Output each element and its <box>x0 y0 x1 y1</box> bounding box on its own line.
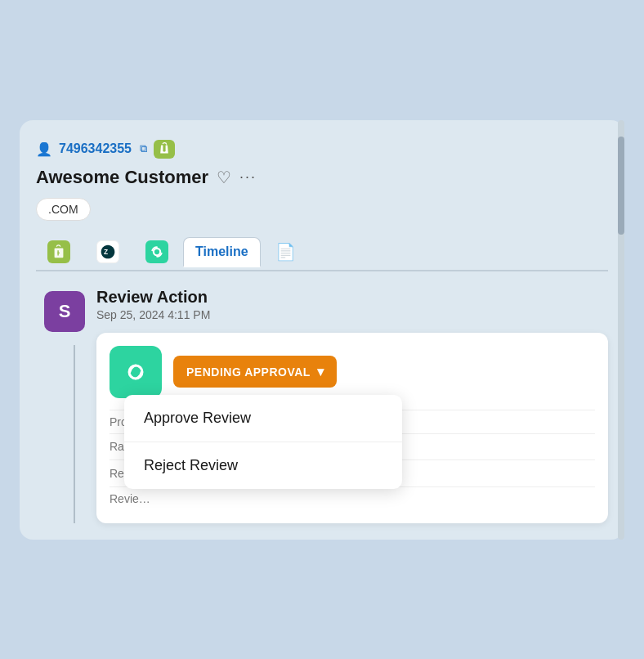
timeline-item: S Review Action Sep 25, 2024 4:11 PM <box>36 288 608 523</box>
tab-zendesk[interactable]: Z <box>85 234 131 270</box>
main-card: 👤 7496342355 ⧉ Awesome Customer ♡ ··· .C… <box>20 120 624 540</box>
svg-text:Z: Z <box>104 248 108 256</box>
user-icon: 👤 <box>36 141 52 157</box>
scrollbar-thumb[interactable] <box>618 137 624 235</box>
chevron-down-icon: ▾ <box>317 364 324 379</box>
tab-shopify[interactable] <box>36 234 82 270</box>
shopify-tab-icon <box>47 240 70 263</box>
scrollbar-track[interactable] <box>618 120 624 540</box>
tab-loop[interactable] <box>134 234 180 270</box>
field-label-review: Revie… <box>110 492 208 505</box>
dropdown-menu: Approve Review Reject Review <box>124 395 402 489</box>
zendesk-tab-icon: Z <box>96 240 119 263</box>
pending-approval-dropdown: PENDING APPROVAL ▾ Approve Review Reject… <box>173 356 337 388</box>
content-area: S Review Action Sep 25, 2024 4:11 PM <box>36 271 608 523</box>
timeline-line <box>74 345 75 523</box>
tab-timeline-label: Timeline <box>195 244 248 259</box>
loop-tab-icon <box>145 240 168 263</box>
svg-point-2 <box>154 248 160 254</box>
approve-review-item[interactable]: Approve Review <box>124 395 402 442</box>
review-app-icon <box>110 346 162 398</box>
timeline-event-date: Sep 25, 2024 4:11 PM <box>96 308 608 321</box>
field-row-review: Revie… <box>110 486 595 510</box>
external-link-icon[interactable]: ⧉ <box>140 142 147 155</box>
customer-name-row: Awesome Customer ♡ ··· <box>36 167 608 188</box>
review-card-header: PENDING APPROVAL ▾ Approve Review Reject… <box>110 346 595 398</box>
timeline-info: Review Action Sep 25, 2024 4:11 PM <box>96 288 608 523</box>
timeline-event-title: Review Action <box>96 288 608 307</box>
reject-review-item[interactable]: Reject Review <box>124 442 402 489</box>
com-badge: .COM <box>36 198 91 221</box>
shopify-icon-badge <box>154 140 175 159</box>
approve-review-label: Approve Review <box>144 410 251 426</box>
review-card: PENDING APPROVAL ▾ Approve Review Reject… <box>96 333 608 523</box>
tabs-row: Z Timeline 📄 <box>36 234 608 271</box>
pending-approval-button[interactable]: PENDING APPROVAL ▾ <box>173 356 337 388</box>
favorite-icon[interactable]: ♡ <box>217 168 231 187</box>
reject-review-label: Reject Review <box>144 457 238 473</box>
customer-id[interactable]: 7496342355 <box>59 141 132 156</box>
pending-label: PENDING APPROVAL <box>186 365 311 379</box>
customer-name: Awesome Customer <box>36 167 208 188</box>
customer-id-row: 👤 7496342355 ⧉ <box>36 140 608 159</box>
avatar: S <box>44 291 85 332</box>
tab-notes[interactable]: 📄 <box>264 235 307 268</box>
notes-icon: 📄 <box>275 242 296 262</box>
more-options-icon[interactable]: ··· <box>239 168 257 186</box>
tab-timeline[interactable]: Timeline <box>183 237 261 267</box>
